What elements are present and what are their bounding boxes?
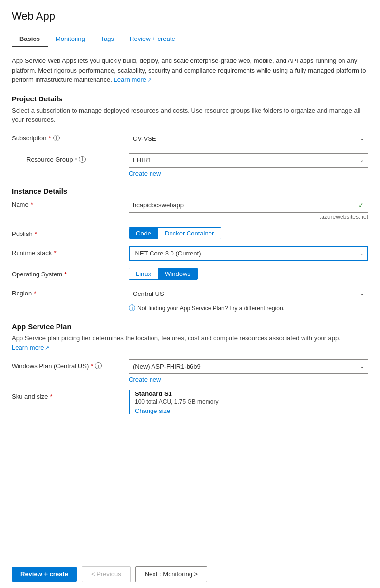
previous-button[interactable]: < Previous xyxy=(82,566,131,582)
region-select[interactable]: Central US ⌄ xyxy=(129,287,368,301)
subscription-info-icon[interactable]: i xyxy=(53,135,60,141)
runtime-stack-control: .NET Core 3.0 (Current) ⌄ xyxy=(129,246,368,261)
name-control: hcapidocswebapp ✓ .azurewebsites.net xyxy=(129,198,368,220)
sku-desc: 100 total ACU, 1.75 GB memory xyxy=(135,398,368,405)
resource-group-select[interactable]: FHIR1 ⌄ xyxy=(129,153,368,168)
sku-size-row: Sku and size * Standard S1 100 total ACU… xyxy=(12,390,368,414)
app-service-external-icon: ↗ xyxy=(45,345,49,351)
windows-plan-select[interactable]: (New) ASP-FHIR1-b6b9 ⌄ xyxy=(129,359,368,374)
operating-system-row: Operating System * Linux Windows xyxy=(12,268,368,280)
name-checkmark-icon: ✓ xyxy=(358,201,364,209)
learn-more-link[interactable]: Learn more↗ xyxy=(114,76,152,83)
windows-plan-info-icon[interactable]: i xyxy=(95,362,102,369)
subscription-chevron: ⌄ xyxy=(360,136,364,141)
region-warning: ⓘ Not finding your App Service Plan? Try… xyxy=(129,304,368,313)
app-service-learn-more[interactable]: Learn more↗ xyxy=(12,344,49,351)
subscription-row: Subscription * i CV-VSE ⌄ xyxy=(12,132,368,146)
project-details-title: Project Details xyxy=(12,95,368,103)
external-link-icon: ↗ xyxy=(147,77,152,83)
runtime-stack-label: Runtime stack * xyxy=(12,246,129,256)
name-label: Name * xyxy=(12,198,129,208)
runtime-stack-row: Runtime stack * .NET Core 3.0 (Current) … xyxy=(12,246,368,261)
resource-group-row: Resource Group * i FHIR1 ⌄ Create new xyxy=(12,153,368,177)
instance-details-title: Instance Details xyxy=(12,187,368,195)
resource-group-info-icon[interactable]: i xyxy=(79,156,86,163)
windows-plan-create-new[interactable]: Create new xyxy=(129,376,368,383)
publish-row: Publish * Code Docker Container xyxy=(12,227,368,239)
subscription-control: CV-VSE ⌄ xyxy=(129,132,368,146)
tab-monitoring[interactable]: Monitoring xyxy=(48,31,93,47)
operating-system-label: Operating System * xyxy=(12,268,129,278)
app-service-plan-title: App Service Plan xyxy=(12,322,368,331)
subscription-label: Subscription * i xyxy=(12,132,129,142)
resource-group-chevron: ⌄ xyxy=(360,157,364,163)
bottom-bar: Review + create < Previous Next : Monito… xyxy=(0,560,380,588)
windows-plan-label: Windows Plan (Central US) * i xyxy=(12,359,129,370)
windows-plan-control: (New) ASP-FHIR1-b6b9 ⌄ Create new xyxy=(129,359,368,383)
resource-group-control: FHIR1 ⌄ Create new xyxy=(129,153,368,177)
publish-code-option[interactable]: Code xyxy=(129,228,158,239)
publish-label: Publish * xyxy=(12,227,129,237)
windows-plan-chevron: ⌄ xyxy=(360,364,364,369)
publish-control: Code Docker Container xyxy=(129,227,368,239)
tab-bar: Basics Monitoring Tags Review + create xyxy=(12,31,368,47)
subscription-select[interactable]: CV-VSE ⌄ xyxy=(129,132,368,146)
app-service-plan-desc: App Service plan pricing tier determines… xyxy=(12,333,368,353)
app-description: App Service Web Apps lets you quickly bu… xyxy=(12,56,368,85)
region-label: Region * xyxy=(12,287,129,297)
change-size-link[interactable]: Change size xyxy=(135,407,368,414)
project-details-desc: Select a subscription to manage deployed… xyxy=(12,106,368,125)
operating-system-control: Linux Windows xyxy=(129,268,368,280)
azure-suffix: .azurewebsites.net xyxy=(129,214,368,220)
runtime-stack-select[interactable]: .NET Core 3.0 (Current) ⌄ xyxy=(129,246,368,261)
region-chevron: ⌄ xyxy=(360,291,364,296)
next-button[interactable]: Next : Monitoring > xyxy=(135,566,207,582)
region-warning-icon: ⓘ xyxy=(129,304,135,313)
os-linux-option[interactable]: Linux xyxy=(129,268,158,279)
publish-docker-option[interactable]: Docker Container xyxy=(158,228,221,239)
sku-size-control: Standard S1 100 total ACU, 1.75 GB memor… xyxy=(129,390,368,414)
tab-review-create[interactable]: Review + create xyxy=(122,31,183,47)
resource-group-label: Resource Group * i xyxy=(26,153,129,163)
os-windows-option[interactable]: Windows xyxy=(158,268,197,279)
name-row: Name * hcapidocswebapp ✓ .azurewebsites.… xyxy=(12,198,368,220)
os-toggle-group: Linux Windows xyxy=(129,268,198,280)
tab-tags[interactable]: Tags xyxy=(93,31,122,47)
resource-group-create-new[interactable]: Create new xyxy=(129,170,368,177)
sku-size-label: Sku and size * xyxy=(12,390,129,400)
page-title: Web App xyxy=(12,10,368,22)
name-input[interactable]: hcapidocswebapp ✓ xyxy=(129,198,368,213)
region-control: Central US ⌄ ⓘ Not finding your App Serv… xyxy=(129,287,368,313)
tab-basics[interactable]: Basics xyxy=(12,31,48,47)
runtime-stack-chevron: ⌄ xyxy=(360,251,363,256)
sku-name: Standard S1 xyxy=(135,390,368,397)
region-row: Region * Central US ⌄ ⓘ Not finding your… xyxy=(12,287,368,313)
review-create-button[interactable]: Review + create xyxy=(12,567,77,582)
publish-toggle-group: Code Docker Container xyxy=(129,227,221,239)
windows-plan-row: Windows Plan (Central US) * i (New) ASP-… xyxy=(12,359,368,383)
